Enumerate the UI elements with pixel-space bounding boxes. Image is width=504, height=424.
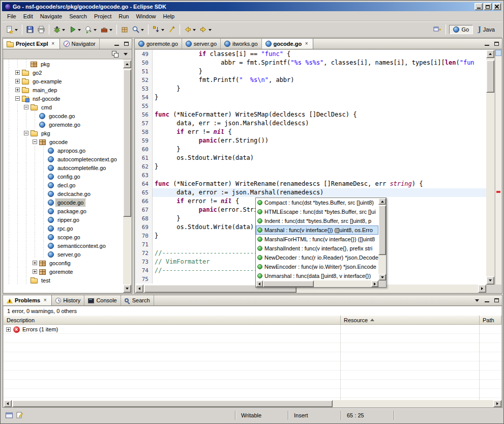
completion-item[interactable]: Marshal : func(v interface{}) ([]uint8, … [256, 225, 378, 235]
scroll-up-button[interactable] [486, 50, 494, 58]
code-line[interactable]: 63 [135, 171, 486, 180]
expand-expander-icon[interactable] [13, 86, 22, 94]
expand-expander-icon[interactable] [31, 267, 39, 276]
forward-button[interactable] [198, 23, 214, 36]
last-edit-location-button[interactable] [166, 23, 177, 36]
code-line[interactable]: 61 os.Stdout.Write(data) [135, 154, 486, 162]
menu-search[interactable]: Search [66, 12, 91, 21]
debug-button[interactable] [51, 23, 67, 36]
error-marker[interactable] [496, 191, 500, 193]
code-line[interactable]: 49 if classes[i] == "func" { [135, 50, 486, 59]
scroll-down-button[interactable] [486, 276, 494, 285]
code-line[interactable]: 57 data, err := json.Marshal(decldescs) [135, 119, 486, 128]
column-header-description[interactable]: Description [4, 316, 341, 324]
tree-item[interactable]: main_dep [4, 86, 123, 94]
editor-vertical-scrollbar[interactable] [486, 50, 494, 285]
chevron-down-icon[interactable] [15, 29, 18, 33]
tree-item[interactable]: decl.go [4, 181, 123, 189]
code-line[interactable]: 53 } [135, 84, 486, 93]
scroll-thumb[interactable] [12, 400, 333, 407]
search-button[interactable] [130, 23, 146, 36]
scroll-thumb[interactable] [263, 280, 314, 287]
scroll-up-button[interactable] [123, 60, 131, 68]
minimize-view-button[interactable] [483, 40, 491, 48]
save-button[interactable] [24, 23, 36, 36]
chevron-down-icon[interactable] [78, 29, 81, 33]
close-icon[interactable] [304, 41, 309, 47]
code-line[interactable]: 62} [135, 162, 486, 171]
tree-item[interactable]: goremote [4, 267, 123, 276]
minimize-view-button[interactable] [112, 40, 121, 48]
go-perspective-button[interactable]: Go [449, 25, 473, 34]
fast-view-button[interactable] [5, 411, 14, 420]
scroll-down-button[interactable] [378, 274, 386, 280]
completion-item[interactable]: NewEncoder : func(w io.Writer) *json.Enc… [256, 262, 378, 271]
code-line[interactable]: 64func (*NiceFormatter) WriteRename(rena… [135, 180, 486, 188]
editor-tab-itworks-go[interactable]: itworks.go [221, 39, 262, 49]
tree-item[interactable]: gocode [4, 137, 123, 146]
code-line[interactable]: 60 } [135, 145, 486, 154]
titlebar[interactable]: Go - nsf-gocode/src/pkg/gocode/gocode.go… [2, 2, 502, 11]
tree-item[interactable]: nsf-gocode [4, 94, 123, 103]
run-button[interactable] [67, 23, 83, 36]
menu-navigate[interactable]: Navigate [37, 12, 66, 21]
minimize-view-button[interactable] [483, 297, 491, 304]
code-line[interactable]: 52 fmt.Printf(" %s\n", abbr) [135, 76, 486, 84]
view-tab-navigator[interactable]: Navigator [60, 39, 100, 49]
tree-item[interactable]: gocode.go [4, 198, 123, 207]
tree-item[interactable]: pkg [4, 129, 123, 137]
external-tools-button[interactable] [99, 23, 114, 36]
chevron-down-icon[interactable] [209, 29, 212, 33]
close-icon[interactable] [50, 41, 56, 47]
tree-item[interactable]: cmd [4, 103, 123, 111]
scroll-right-button[interactable] [478, 285, 486, 293]
collapse-expander-icon[interactable] [13, 94, 22, 103]
scroll-left-button[interactable] [135, 285, 143, 293]
expand-expander-icon[interactable] [13, 77, 22, 86]
collapse-expander-icon[interactable] [22, 103, 31, 111]
scroll-thumb[interactable] [123, 69, 131, 217]
tree-item[interactable]: test [4, 276, 123, 285]
code-line[interactable]: 58 if err != nil { [135, 128, 486, 136]
tree-item[interactable]: autocompletefile.go [4, 163, 123, 172]
view-menu-button[interactable] [122, 50, 130, 58]
edit-mode-button[interactable] [15, 411, 24, 420]
view-tab-problems[interactable]: Problems [3, 295, 52, 305]
scroll-left-button[interactable] [4, 400, 12, 407]
tree-item[interactable]: autocompletecontext.go [4, 155, 123, 163]
scroll-right-button[interactable] [371, 280, 378, 287]
problems-horizontal-scrollbar[interactable] [4, 400, 501, 407]
minimize-button[interactable] [475, 3, 483, 10]
code-line[interactable]: 55 [135, 102, 486, 110]
popup-vertical-scrollbar[interactable] [378, 198, 386, 280]
code-line[interactable]: 59 panic(err.String()) [135, 136, 486, 145]
view-tab-console[interactable]: Console [84, 295, 121, 305]
collapse-expander-icon[interactable] [31, 137, 39, 146]
open-perspective-button[interactable] [431, 23, 442, 36]
menu-edit[interactable]: Edit [20, 12, 37, 21]
tree-item[interactable]: scope.go [4, 233, 123, 241]
explorer-vertical-scrollbar[interactable] [123, 60, 131, 293]
chevron-down-icon[interactable] [141, 29, 144, 33]
completion-item[interactable]: Unmarshal : func(data []uint8, v interfa… [256, 271, 378, 280]
completion-item[interactable]: Indent : func(dst *bytes.Buffer, src []u… [256, 216, 378, 225]
tree-item[interactable]: server.go [4, 250, 123, 259]
editor-tab-gocode-go[interactable]: gocode.go [262, 39, 314, 49]
completion-item[interactable]: MarshalForHTML : func(v interface{}) ([]… [256, 235, 378, 244]
run-last-tool-button[interactable] [83, 23, 99, 36]
maximize-button[interactable] [484, 3, 492, 10]
editor-tab-goremote-go[interactable]: goremote.go [135, 39, 182, 49]
tree-item[interactable]: package.go [4, 207, 123, 215]
tree-item[interactable]: goremote.go [4, 120, 123, 129]
chevron-down-icon[interactable] [94, 29, 97, 33]
tree-item[interactable]: rpc.go [4, 224, 123, 233]
print-button[interactable] [36, 23, 47, 36]
tree-item[interactable]: config.go [4, 172, 123, 181]
code-line[interactable]: 50 abbr = fmt.Sprintf("%s %s%s", classes… [135, 59, 486, 67]
chevron-down-icon[interactable] [193, 29, 196, 33]
expand-icon[interactable] [6, 327, 11, 332]
expand-expander-icon[interactable] [31, 259, 39, 267]
scroll-down-button[interactable] [123, 285, 131, 293]
completion-item[interactable]: NewDecoder : func(r io.Reader) *json.Dec… [256, 253, 378, 262]
java-perspective-button[interactable]: Java [474, 24, 499, 35]
